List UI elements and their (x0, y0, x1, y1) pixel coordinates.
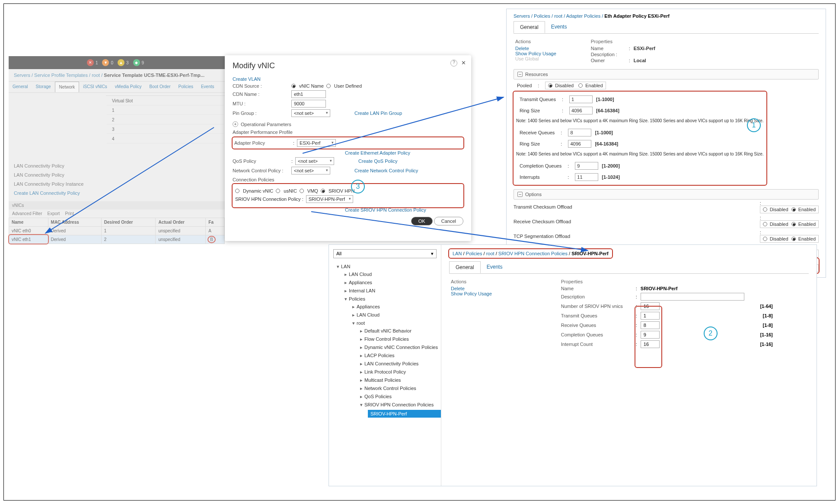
crumb-item[interactable]: Policies (466, 251, 482, 256)
rx-queues-input[interactable]: 8 (568, 129, 591, 136)
create-sriov-link[interactable]: Create SRIOV HPN Connection Policy (345, 207, 426, 212)
field-input[interactable]: 16 (641, 302, 660, 310)
show-policy-usage-link[interactable]: Show Policy Usage (515, 51, 556, 56)
tree-item[interactable]: ▸Network Control Policies (360, 384, 441, 393)
opt-disabled-radio[interactable] (763, 222, 767, 226)
opt-enabled-radio[interactable] (791, 222, 796, 226)
tree-item[interactable]: Appliances (357, 304, 380, 309)
dynamic-vnic-radio[interactable] (235, 189, 239, 193)
breadcrumb[interactable]: LAN / Policies / root / SRIOV HPN Connec… (449, 249, 612, 258)
cdn-name-input[interactable]: eth1 (291, 90, 326, 98)
print-button[interactable]: Print (65, 211, 74, 216)
tab-events[interactable]: Events (545, 21, 573, 33)
rx-ring-input[interactable]: 4096 (568, 140, 591, 148)
col-actual-order[interactable]: Actual Order (156, 218, 206, 226)
create-lan-conn-policy-link[interactable]: Create LAN Connectivity Policy (14, 189, 220, 198)
create-pin-group-link[interactable]: Create LAN Pin Group (354, 111, 402, 116)
tree-filter-select[interactable]: All▾ (333, 249, 437, 258)
nav-tree[interactable]: ▾LAN ▸LAN Cloud ▸Appliances ▸Internal LA… (329, 263, 441, 424)
filter-button[interactable]: Advanced Filter (12, 211, 42, 216)
ncp-select[interactable]: <not set> (291, 167, 330, 174)
pin-group-select[interactable]: <not set> (291, 109, 330, 117)
tree-item[interactable]: LAN Cloud (349, 272, 372, 277)
tree-item[interactable]: ▸Dynamic vNIC Connection Policies (360, 343, 441, 352)
col-mac[interactable]: MAC Address (48, 218, 101, 226)
policy-tabs[interactable]: General Events (514, 21, 819, 34)
tree-item[interactable]: ▸Link Protocol Policy (360, 368, 441, 376)
col-desired-order[interactable]: Desired Order (101, 218, 156, 226)
vslot-row[interactable]: 3 (107, 125, 224, 134)
crumb-item[interactable]: Adapter Policies (566, 13, 601, 19)
delete-link[interactable]: Delete (515, 46, 556, 51)
sriov-policy-select[interactable]: SRIOV-HPN-Perf (306, 195, 353, 203)
opt-enabled-radio[interactable] (791, 207, 796, 212)
close-icon[interactable]: ✕ (461, 60, 466, 66)
opt-enabled-radio[interactable] (791, 237, 796, 241)
cq-input[interactable]: 9 (575, 162, 598, 170)
vmq-radio[interactable] (300, 189, 304, 193)
tree-item-selected[interactable]: SRIOV-HPN-Perf (368, 410, 441, 418)
tree-item[interactable]: LAN Cloud (357, 312, 380, 317)
tree-lan[interactable]: LAN (341, 264, 350, 269)
expand-icon[interactable]: + (233, 121, 238, 127)
pooled-disabled-radio[interactable] (548, 83, 552, 88)
tab-events[interactable]: Events (481, 261, 509, 273)
pooled-enabled-radio[interactable] (578, 83, 583, 88)
options-section[interactable]: −Options (514, 189, 819, 200)
tree-item[interactable]: ▸QoS Policies (360, 393, 441, 401)
profile-tabs[interactable]: General Storage Network iSCSI vNICs vMed… (9, 82, 225, 93)
tab-boot[interactable]: Boot Order (146, 82, 175, 92)
crumb-item[interactable]: Servers (14, 73, 30, 78)
vnic-eth1-cell[interactable]: vNIC eth1 (9, 235, 48, 244)
crumb-item[interactable]: root (92, 73, 100, 78)
col-name[interactable]: Name (9, 218, 48, 226)
tab-general[interactable]: General (449, 261, 481, 273)
sriov-hpn-radio[interactable] (321, 189, 325, 193)
create-qos-link[interactable]: Create QoS Policy (358, 158, 397, 164)
tree-item[interactable]: ▸Flow Control Policies (360, 335, 441, 343)
tree-root[interactable]: root (357, 320, 365, 326)
tree-item[interactable]: ▸LACP Policies (360, 352, 441, 360)
tab-iscsi[interactable]: iSCSI vNICs (79, 82, 111, 92)
field-input[interactable]: 8 (641, 321, 660, 329)
vslot-row[interactable]: 1 (107, 106, 224, 115)
tab-storage[interactable]: Storage (32, 82, 55, 92)
vslot-row[interactable]: 2 (107, 116, 224, 124)
export-button[interactable]: Export (47, 211, 60, 216)
fabric-b-cell[interactable]: B (208, 237, 215, 242)
show-policy-usage-link[interactable]: Show Policy Usage (451, 291, 492, 296)
tab-network[interactable]: Network (55, 82, 80, 92)
crumb-item[interactable]: Servers (514, 13, 530, 19)
adapter-policy-select[interactable]: ESXi-Perf (297, 139, 336, 147)
crumb-item[interactable]: Service Profile Templates (34, 73, 88, 78)
breadcrumb[interactable]: Servers / Policies / root / Adapter Poli… (514, 13, 819, 19)
tree-item[interactable]: ▸Multicast Policies (360, 376, 441, 384)
cdn-user-radio[interactable] (326, 84, 331, 88)
tree-item[interactable]: Internal LAN (349, 288, 375, 293)
create-ncp-link[interactable]: Create Network Control Policy (354, 168, 418, 173)
crumb-item[interactable]: Policies (534, 13, 550, 19)
delete-link[interactable]: Delete (451, 286, 492, 291)
breadcrumb[interactable]: Servers / Service Profile Templates / ro… (9, 69, 225, 82)
tree-item[interactable]: ▾SRIOV HPN Connection Policies (360, 401, 441, 409)
table-row[interactable]: vNIC eth0Derived1unspecifiedA (9, 226, 225, 235)
usnic-radio[interactable] (276, 189, 280, 193)
qos-select[interactable]: <not set> (295, 157, 334, 165)
tab-general[interactable]: General (9, 82, 32, 92)
field-input[interactable]: 16 (641, 340, 660, 348)
crumb-item[interactable]: SRIOV HPN Connection Policies (498, 251, 568, 256)
tab-general[interactable]: General (514, 21, 545, 33)
tree-item[interactable]: Appliances (349, 280, 372, 285)
resources-section[interactable]: −Resources (514, 69, 819, 79)
tab-policies[interactable]: Policies (174, 82, 197, 92)
crumb-item[interactable]: root (554, 13, 562, 19)
col-fabric[interactable]: Fa (206, 218, 225, 226)
vslot-row[interactable]: 4 (107, 135, 224, 143)
tree-item[interactable]: ▸Default vNIC Behavior (360, 327, 441, 335)
detail-tabs[interactable]: General Events (449, 261, 809, 274)
help-icon[interactable]: ? (450, 60, 457, 67)
int-input[interactable]: 11 (575, 173, 598, 181)
field-input[interactable]: 1 (641, 312, 660, 320)
tree-item[interactable]: ▸LAN Connectivity Policies (360, 360, 441, 368)
tx-queues-input[interactable]: 1 (569, 95, 593, 103)
